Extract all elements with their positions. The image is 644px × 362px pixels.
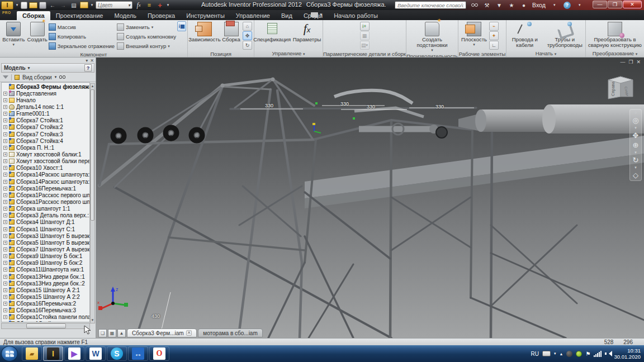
tree-item[interactable]: + Сборка14Раскос шпангоута:2: [2, 178, 89, 185]
create-substitutes-button[interactable]: Создать подстановки▾: [408, 21, 456, 53]
subscription-wrench-icon[interactable]: ⚒: [483, 2, 491, 9]
logo-dropdown-icon[interactable]: ▾: [15, 1, 19, 9]
pan-icon[interactable]: ✥: [633, 132, 639, 139]
copy-button[interactable]: Копировать: [49, 32, 115, 41]
tree-item[interactable]: + Сборка10 Хвост:1: [2, 165, 89, 172]
expander-icon[interactable]: +: [3, 213, 7, 217]
expander-icon[interactable]: +: [3, 308, 7, 312]
expander-icon[interactable]: +: [3, 302, 7, 306]
expander-icon[interactable]: +: [3, 98, 7, 102]
taskbar-app-button[interactable]: S: [107, 346, 127, 361]
tree-item[interactable]: + Сборка16Перемычка:2: [2, 301, 89, 307]
viewcube[interactable]: Справа Сзади: [604, 72, 636, 103]
expander-icon[interactable]: +: [3, 295, 7, 299]
expander-icon[interactable]: +: [3, 241, 7, 245]
plane-button[interactable]: Плоскость▾: [460, 21, 489, 47]
redo-button[interactable]: →: [59, 1, 68, 9]
parameters-button[interactable]: fx Параметры: [292, 21, 323, 43]
ipart-author-button[interactable]: i+: [360, 22, 370, 31]
expander-icon[interactable]: +: [3, 173, 7, 177]
convert-to-weldment-button[interactable]: Преобразовать в сварную конструкцию: [587, 21, 643, 49]
taskbar-app-button[interactable]: O: [149, 346, 169, 361]
grip-snap-button[interactable]: ⌂: [243, 22, 252, 31]
expander-icon[interactable]: +: [3, 275, 7, 279]
tree-item[interactable]: + Сборка7 Стойка:3: [2, 131, 89, 137]
ribbon-tab[interactable]: Управление: [230, 11, 276, 20]
qat-dropdown-icon[interactable]: ▾: [166, 1, 170, 9]
arrange-windows-icon[interactable]: ❏: [98, 329, 107, 337]
panel-undock-icon[interactable]: ▾: [86, 58, 88, 63]
tray-app-icon[interactable]: [566, 351, 572, 357]
tree-item[interactable]: + Сборка1Стойка панели пола 2:2: [2, 321, 89, 322]
help-search-input[interactable]: [395, 1, 466, 9]
tree-item[interactable]: + Сборка9 Шпангоу Б бок:1: [2, 253, 89, 260]
action-center-flag-icon[interactable]: ⚑: [585, 351, 590, 357]
expander-icon[interactable]: +: [3, 220, 7, 224]
tree-item[interactable]: + Сборка14Раскос шпангоута:1: [2, 172, 89, 178]
expander-icon[interactable]: +: [3, 125, 7, 129]
taskbar-app-button[interactable]: ▶: [64, 346, 84, 361]
browser-title-dropdown-icon[interactable]: ▾: [28, 66, 30, 70]
image-button[interactable]: [80, 2, 88, 8]
orbit-dropdown-icon[interactable]: ▾: [634, 166, 637, 169]
shrinkwrap-button[interactable]: Внешний контур▾: [117, 41, 176, 51]
rotate-component-button[interactable]: ↻: [243, 41, 252, 50]
ribbon-tab[interactable]: Модель: [108, 11, 141, 20]
expander-icon[interactable]: +: [3, 207, 7, 211]
expander-icon[interactable]: +: [3, 146, 7, 150]
tree-item[interactable]: + Сборка7 Шпангоут А вырезка 1:1: [2, 246, 89, 253]
tree-item[interactable]: + Хомут хвостовой балки:1: [2, 151, 89, 158]
ribbon-tab[interactable]: Инструменты: [181, 11, 230, 20]
minimize-button[interactable]: —: [593, 1, 607, 8]
tree-item[interactable]: + Сборка1 Шпангоут С:1: [2, 226, 89, 232]
expander-icon[interactable]: +: [3, 261, 7, 265]
browser-help-icon[interactable]: ?: [84, 64, 92, 72]
iassembly-button[interactable]: i▦: [177, 21, 186, 31]
measure-button[interactable]: =: [145, 1, 154, 9]
tree-item[interactable]: + Сборка5 Шпангоут Б вырезка 1:1: [2, 239, 89, 246]
viewport-3d-scene[interactable]: z x: [96, 58, 644, 338]
sign-in-link[interactable]: Вход: [532, 2, 546, 8]
ucs-button[interactable]: ∟: [489, 41, 499, 50]
scroll-down-arrow[interactable]: ▼: [91, 318, 94, 323]
taskbar-app-button[interactable]: W: [86, 346, 106, 361]
parameters-fx-button[interactable]: fx: [134, 1, 143, 9]
expander-icon[interactable]: +: [3, 159, 7, 163]
tray-dropdown-icon[interactable]: ▾: [554, 351, 556, 356]
look-at-icon[interactable]: ◇: [633, 172, 638, 179]
maximize-button[interactable]: ❐: [608, 1, 622, 8]
tree-item[interactable]: + Сборка16Перемычка:1: [2, 185, 89, 192]
undo-button[interactable]: ←: [48, 1, 57, 9]
signin-dropdown-icon[interactable]: ▾: [550, 1, 559, 9]
tree-item[interactable]: + Сборка15 Шпангоу А 2:1: [2, 287, 89, 293]
expander-icon[interactable]: +: [3, 288, 7, 292]
tree-item[interactable]: + Сборка11Шпангоута низ:1: [2, 266, 89, 273]
scrollbar-thumb[interactable]: [91, 89, 94, 221]
expander-icon[interactable]: +: [3, 180, 7, 184]
expander-icon[interactable]: +: [3, 200, 7, 204]
inventor-logo[interactable]: I: [1, 1, 13, 9]
tree-item[interactable]: + Сборка3 Шпангоут Б вырезка.:1: [2, 232, 89, 239]
tree-item[interactable]: + Хомут хвостовой балки передний:1: [2, 158, 89, 165]
move-component-button[interactable]: ✥: [243, 31, 252, 40]
taskbar-app-button[interactable]: I: [43, 346, 63, 361]
find-binoculars-icon[interactable]: [59, 75, 65, 79]
tree-item[interactable]: + Сборка13Низ двери бок.:1: [2, 273, 89, 280]
tabs-collapse-icon[interactable]: ▲: [117, 329, 126, 337]
expander-icon[interactable]: +: [3, 187, 7, 190]
doc-close-icon[interactable]: ✕: [636, 59, 641, 65]
expander-icon[interactable]: +: [3, 92, 7, 96]
expander-icon[interactable]: +: [3, 153, 7, 156]
tree-item[interactable]: + Сборка3 Деталь пола верх.:1: [2, 212, 89, 219]
expander-icon[interactable]: +: [3, 247, 7, 251]
document-tab[interactable]: Сборка3 Ферм...iam ✕: [127, 328, 197, 337]
axis-button[interactable]: ⌁: [489, 22, 499, 31]
expander-icon[interactable]: +: [3, 282, 7, 285]
tree-item[interactable]: + Сборка13Низ двери бок.:2: [2, 280, 89, 287]
ribbon-tab[interactable]: Проверка: [142, 11, 181, 20]
browser-header[interactable]: Модель ▾ ?: [1, 63, 94, 73]
browser-horizontal-scrollbar[interactable]: [1, 323, 90, 329]
scroll-up-arrow[interactable]: ▲: [91, 84, 94, 89]
tree-item[interactable]: + Сборка15 Шпангоу А 2:2: [2, 293, 89, 300]
tree-item[interactable]: + Сборка7 Стойка:4: [2, 137, 89, 144]
